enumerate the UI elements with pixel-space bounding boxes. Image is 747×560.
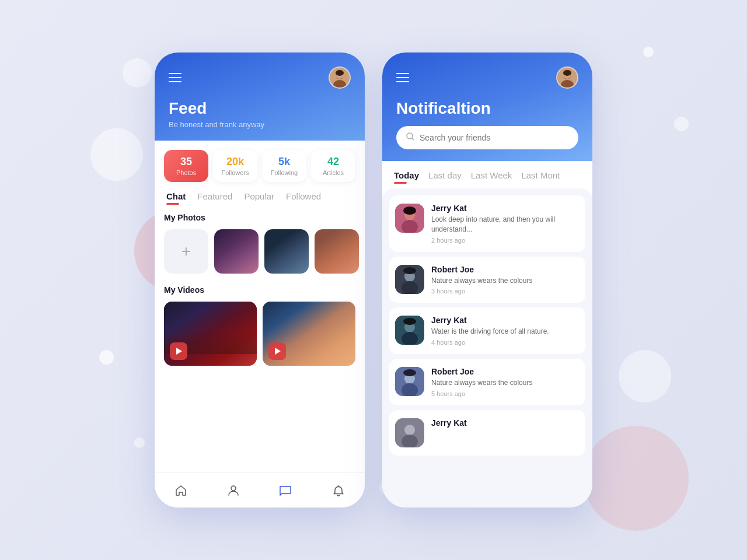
- my-videos-label: My Videos: [164, 285, 355, 295]
- photo-thumb-1[interactable]: [214, 229, 259, 274]
- bell-icon[interactable]: [330, 482, 347, 499]
- notif-hamburger-menu[interactable]: [396, 73, 409, 82]
- notif-avatar-4: [395, 418, 424, 447]
- person-icon[interactable]: [225, 482, 242, 499]
- videos-row: [164, 302, 355, 366]
- notif-body-1: Robert Joe Nature always wears the colou…: [431, 265, 580, 295]
- video-play-2[interactable]: [268, 342, 286, 360]
- tab-popular[interactable]: Popular: [244, 191, 274, 205]
- notif-item-1[interactable]: Robert Joe Nature always wears the colou…: [389, 257, 585, 303]
- tab-featured[interactable]: Featured: [197, 191, 232, 205]
- notif-avatar-1: [395, 265, 424, 294]
- notif-body-4: Jerry Kat: [431, 418, 580, 430]
- feed-content: My Photos + My Videos: [155, 205, 365, 473]
- search-box[interactable]: [396, 126, 578, 149]
- notif-name-3: Robert Joe: [431, 367, 580, 376]
- photos-row: +: [164, 229, 355, 274]
- stat-following-value: 5k: [267, 156, 302, 168]
- notif-text-2: Water is the driving force of all nature…: [431, 327, 580, 337]
- notification-list: Jerry Kat Look deep into nature, and the…: [382, 188, 592, 508]
- my-photos-label: My Photos: [164, 213, 355, 222]
- notif-body-3: Robert Joe Nature always wears the colou…: [431, 367, 580, 397]
- search-input[interactable]: [420, 133, 569, 142]
- add-photo-button[interactable]: +: [164, 229, 208, 274]
- feed-header: Feed Be honest and frank anyway: [155, 52, 365, 141]
- svg-point-23: [403, 318, 416, 325]
- notif-avatar-3: [395, 367, 424, 396]
- svg-point-19: [403, 267, 416, 274]
- stat-followers-label: Followers: [218, 169, 253, 176]
- notif-item-2[interactable]: Jerry Kat Water is the driving force of …: [389, 307, 585, 354]
- stat-photos-label: Photos: [169, 169, 204, 176]
- notif-time-1: 3 hours ago: [431, 288, 580, 295]
- feed-subtitle: Be honest and frank anyway: [169, 120, 351, 129]
- tab-followed[interactable]: Followed: [286, 191, 321, 205]
- deco-circle-3: [99, 350, 114, 365]
- stat-following[interactable]: 5k Following: [262, 150, 306, 182]
- notif-item-0[interactable]: Jerry Kat Look deep into nature, and the…: [389, 195, 585, 252]
- stat-articles[interactable]: 42 Articles: [311, 150, 355, 182]
- notif-avatar-0: [395, 204, 424, 233]
- deco-circle-4: [134, 438, 145, 448]
- tab-chat[interactable]: Chat: [166, 191, 186, 205]
- notif-avatar-2: [395, 316, 424, 345]
- hamburger-menu[interactable]: [169, 73, 181, 82]
- notif-header-top: [396, 66, 578, 89]
- deco-circle-8: [619, 350, 671, 402]
- filter-row: Today Last day Last Week Last Mont: [382, 161, 592, 188]
- video-thumb-1[interactable]: [164, 302, 257, 366]
- notif-header: Notificaltion: [382, 52, 592, 161]
- notif-time-2: 4 hours ago: [431, 339, 580, 346]
- svg-point-4: [336, 70, 344, 76]
- filter-last-day[interactable]: Last day: [428, 170, 462, 184]
- filter-today[interactable]: Today: [394, 170, 419, 184]
- notif-title: Notificaltion: [396, 99, 578, 118]
- feed-tabs: Chat Featured Popular Followed: [155, 182, 365, 205]
- deco-circle-7: [674, 117, 689, 131]
- notif-item-4[interactable]: Jerry Kat: [389, 410, 585, 456]
- svg-point-5: [231, 486, 236, 491]
- video-play-1[interactable]: [170, 342, 187, 360]
- deco-circle-6: [643, 47, 654, 57]
- notif-item-3[interactable]: Robert Joe Nature always wears the colou…: [389, 359, 585, 405]
- svg-point-27: [403, 369, 416, 376]
- filter-last-week[interactable]: Last Week: [471, 170, 512, 184]
- notif-text-1: Nature always wears the colours: [431, 276, 580, 286]
- notif-body-2: Jerry Kat Water is the driving force of …: [431, 316, 580, 346]
- feed-title: Feed: [169, 99, 351, 118]
- search-icon: [406, 132, 415, 144]
- stat-photos-value: 35: [169, 156, 204, 168]
- notif-text-3: Nature always wears the colours: [431, 378, 580, 388]
- avatar[interactable]: [329, 66, 351, 89]
- bottom-nav: [155, 473, 365, 508]
- feed-header-top: [169, 66, 351, 89]
- svg-point-29: [404, 425, 415, 435]
- notif-time-0: 2 hours ago: [431, 237, 580, 244]
- deco-circle-pink-right: [584, 426, 689, 531]
- stat-followers-value: 20k: [218, 156, 253, 168]
- notif-name-1: Robert Joe: [431, 265, 580, 274]
- stat-followers[interactable]: 20k Followers: [213, 150, 257, 182]
- notif-avatar[interactable]: [556, 66, 578, 89]
- notif-time-3: 5 hours ago: [431, 390, 580, 397]
- stats-row: 35 Photos 20k Followers 5k Following 42 …: [155, 141, 365, 182]
- deco-circle-2: [123, 58, 152, 88]
- photo-thumb-3[interactable]: [315, 229, 359, 274]
- notif-name-2: Jerry Kat: [431, 316, 580, 325]
- svg-point-10: [563, 70, 571, 76]
- svg-point-15: [403, 206, 416, 215]
- notif-name-0: Jerry Kat: [431, 204, 580, 213]
- notif-name-4: Jerry Kat: [431, 418, 580, 428]
- deco-circle-1: [90, 128, 143, 181]
- feed-phone: Feed Be honest and frank anyway 35 Photo…: [155, 52, 365, 508]
- stat-following-label: Following: [267, 169, 302, 176]
- photo-thumb-2[interactable]: [264, 229, 309, 274]
- filter-last-month[interactable]: Last Mont: [521, 170, 560, 184]
- notif-body-0: Jerry Kat Look deep into nature, and the…: [431, 204, 580, 244]
- video-thumb-2[interactable]: [263, 302, 355, 366]
- notif-text-0: Look deep into nature, and then you will…: [431, 215, 580, 235]
- chat-icon[interactable]: [278, 482, 294, 499]
- stat-photos[interactable]: 35 Photos: [164, 150, 208, 182]
- home-icon[interactable]: [173, 482, 189, 499]
- stat-articles-label: Articles: [316, 169, 351, 176]
